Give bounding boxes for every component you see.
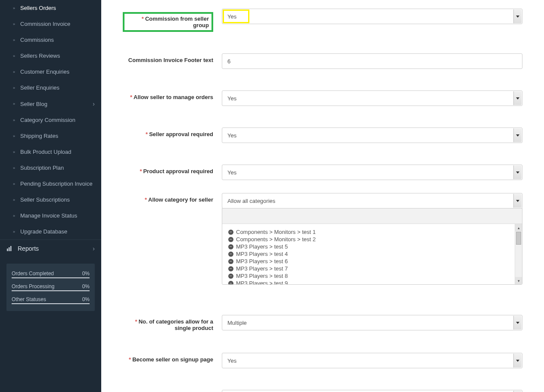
svg-rect-0: [7, 249, 8, 251]
chevron-right-icon: ›: [93, 245, 95, 252]
select-allow-seller-manage-orders[interactable]: Yes: [222, 90, 522, 106]
list-item[interactable]: −MP3 Players > test 7: [228, 265, 516, 272]
sidebar: »Sellers Orders »Commission Invoice »Com…: [0, 0, 101, 392]
sidebar-item-commission-invoice[interactable]: »Commission Invoice: [0, 16, 101, 32]
category-list-header: [222, 208, 522, 224]
chevron-down-icon: [513, 316, 522, 330]
chevron-down-icon: [513, 9, 522, 23]
sidebar-item-sellers-reviews[interactable]: »Sellers Reviews: [0, 48, 101, 64]
list-item[interactable]: −Components > Monitors > test 2: [228, 236, 516, 243]
bar-chart-icon: [6, 246, 12, 252]
sidebar-item-pending-subscription-invoice[interactable]: »Pending Subscription Invoice: [0, 176, 101, 192]
sidebar-item-subscription-plan[interactable]: »Subscription Plan: [0, 160, 101, 176]
chevron-down-icon: [513, 165, 522, 179]
label-allow-tawk: *Allow Tawk.to Live Chat: [123, 390, 222, 392]
sidebar-item-upgrade-database[interactable]: »Upgrade Database: [0, 224, 101, 240]
chevron-right-icon: »: [13, 134, 15, 138]
minus-icon: −: [228, 266, 233, 271]
category-list-box: −Components > Monitors > test 1 −Compone…: [222, 208, 522, 285]
sidebar-item-manage-invoice-status[interactable]: »Manage Invoice Status: [0, 208, 101, 224]
svg-rect-1: [9, 247, 10, 251]
chevron-right-icon: »: [13, 230, 15, 234]
minus-icon: −: [228, 244, 233, 249]
label-commission-from-seller-group: *Commission from seller group: [123, 9, 222, 32]
minus-icon: −: [228, 274, 233, 279]
sidebar-item-customer-enquiries[interactable]: »Customer Enquiries: [0, 64, 101, 80]
label-product-approval-required: *Product approval required: [123, 165, 222, 174]
chevron-right-icon: »: [13, 22, 15, 26]
chevron-down-icon: [513, 128, 522, 142]
progress-bar: [12, 303, 90, 304]
select-product-approval-required[interactable]: Yes: [222, 165, 522, 180]
chevron-right-icon: »: [13, 70, 15, 74]
label-allow-category-for-seller: *Allow category for seller: [123, 193, 222, 203]
chevron-right-icon: ›: [93, 100, 95, 107]
minus-icon: −: [228, 259, 233, 264]
progress-bar: [12, 277, 90, 278]
sidebar-item-shipping-rates[interactable]: »Shipping Rates: [0, 128, 101, 144]
label-become-seller-signup: *Become seller on signup page: [123, 353, 222, 363]
select-commission-from-seller-group[interactable]: Yes: [222, 9, 522, 24]
minus-icon: −: [228, 237, 233, 242]
sidebar-menu: »Sellers Orders »Commission Invoice »Com…: [0, 0, 101, 240]
minus-icon: −: [228, 230, 233, 235]
chevron-right-icon: »: [13, 182, 15, 186]
select-allow-tawk[interactable]: No: [222, 390, 522, 392]
sidebar-item-seller-subscriptions[interactable]: »Seller Subscriptions: [0, 192, 101, 208]
sidebar-item-reports[interactable]: Reports ›: [0, 240, 101, 257]
list-item[interactable]: −MP3 Players > test 5: [228, 243, 516, 250]
chevron-right-icon: »: [13, 118, 15, 122]
sidebar-item-seller-blog[interactable]: »Seller Blog›: [0, 96, 101, 112]
chevron-right-icon: »: [13, 6, 15, 10]
chevron-right-icon: »: [13, 150, 15, 154]
list-item[interactable]: −Components > Monitors > test 1: [228, 228, 516, 236]
minus-icon: −: [228, 281, 233, 285]
sidebar-item-commissions[interactable]: »Commissions: [0, 32, 101, 48]
svg-rect-2: [10, 246, 12, 251]
stat-other-statuses: Other Statuses0%: [12, 294, 90, 303]
scroll-thumb[interactable]: [516, 232, 521, 245]
stat-orders-processing: Orders Processing0%: [12, 281, 90, 290]
chevron-right-icon: »: [13, 198, 15, 202]
scrollbar[interactable]: ▴ ▾: [515, 224, 522, 284]
chevron-right-icon: »: [13, 86, 15, 90]
chevron-down-icon: [513, 194, 522, 208]
progress-bar: [12, 290, 90, 291]
select-allow-category-for-seller[interactable]: Allow all categories: [222, 193, 522, 208]
minus-icon: −: [228, 252, 233, 257]
chevron-right-icon: »: [13, 214, 15, 218]
main-content: *Commission from seller group Yes Commis…: [101, 0, 544, 392]
stats-panel: Orders Completed0% Orders Processing0% O…: [6, 264, 95, 311]
scroll-down-icon[interactable]: ▾: [515, 277, 522, 284]
select-become-seller-signup[interactable]: Yes: [222, 353, 522, 368]
label-num-categories: *No. of categories allow for a single pr…: [123, 315, 222, 331]
sidebar-item-sellers-orders[interactable]: »Sellers Orders: [0, 0, 101, 16]
input-commission-invoice-footer[interactable]: [222, 53, 522, 69]
label-allow-seller-manage-orders: *Allow seller to manage orders: [123, 90, 222, 100]
label-seller-approval-required: *Seller approval required: [123, 128, 222, 137]
chevron-right-icon: »: [13, 38, 15, 42]
category-list-body[interactable]: −Components > Monitors > test 1 −Compone…: [222, 224, 522, 284]
list-item[interactable]: −MP3 Players > test 8: [228, 272, 516, 280]
list-item[interactable]: −MP3 Players > test 6: [228, 258, 516, 265]
sidebar-item-seller-enquiries[interactable]: »Seller Enquiries: [0, 80, 101, 96]
chevron-right-icon: »: [13, 54, 15, 58]
label-commission-invoice-footer: Commission Invoice Footer text: [123, 53, 222, 63]
sidebar-item-category-commission[interactable]: »Category Commission: [0, 112, 101, 128]
chevron-down-icon: [513, 91, 522, 105]
list-item[interactable]: −MP3 Players > test 4: [228, 250, 516, 258]
chevron-down-icon: [513, 354, 522, 367]
sidebar-item-bulk-product-upload[interactable]: »Bulk Product Upload: [0, 144, 101, 160]
chevron-right-icon: »: [13, 102, 15, 106]
stat-orders-completed: Orders Completed0%: [12, 268, 90, 277]
list-item[interactable]: −MP3 Players > test 9: [228, 280, 516, 284]
scroll-up-icon[interactable]: ▴: [515, 224, 522, 231]
select-seller-approval-required[interactable]: Yes: [222, 128, 522, 143]
chevron-right-icon: »: [13, 166, 15, 170]
select-num-categories[interactable]: Multiple: [222, 315, 522, 330]
